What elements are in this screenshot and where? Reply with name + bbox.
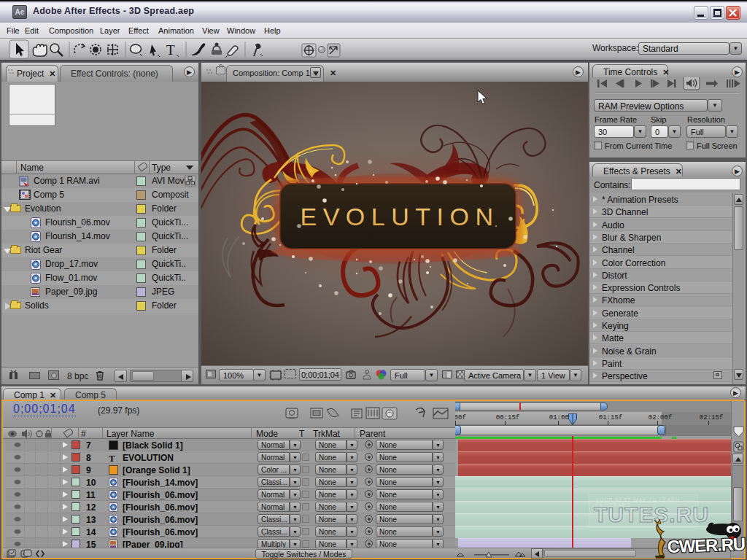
svg-text:CWER.RU: CWER.RU (667, 534, 745, 556)
svg-text:EVOLUTION: EVOLUTION (301, 203, 500, 230)
svg-text:T: T (166, 42, 175, 58)
